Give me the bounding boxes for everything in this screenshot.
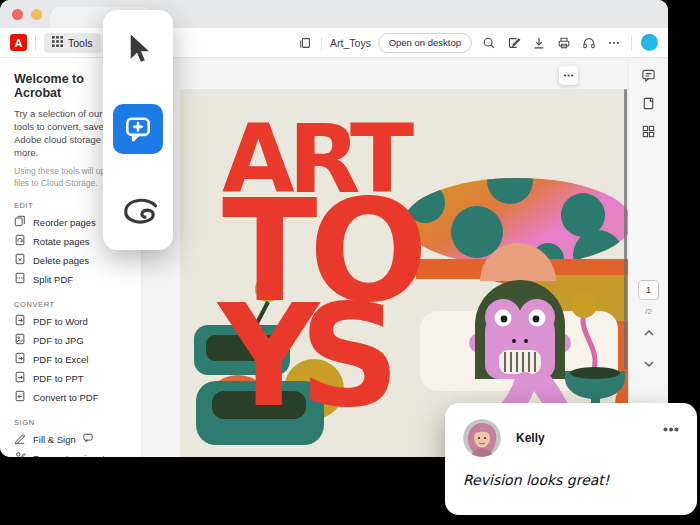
section-label-sign: SIGN xyxy=(14,418,129,427)
ellipsis-icon xyxy=(663,427,679,432)
user-avatar[interactable] xyxy=(641,34,658,51)
scribble-icon xyxy=(117,195,159,227)
sidebar-item-label: Reorder pages xyxy=(33,217,96,228)
open-on-desktop-button[interactable]: Open on desktop xyxy=(378,33,472,53)
sidebar-item-label: Split PDF xyxy=(33,274,73,285)
grid-icon xyxy=(52,36,63,49)
ellipsis-icon xyxy=(563,70,574,81)
sidebar-item-pdf-to-excel[interactable]: PDF to Excel xyxy=(14,350,129,369)
page-number-box[interactable]: 1 xyxy=(638,280,659,300)
draw-tool-button[interactable] xyxy=(113,186,163,236)
sidebar-item-convert-to-pdf[interactable]: Convert to PDF xyxy=(14,388,129,407)
sign-icon[interactable] xyxy=(506,35,522,51)
sidebar-item-label: PDF to JPG xyxy=(33,335,84,346)
annotation-toolbar xyxy=(103,10,173,250)
sidebar-item-label: Rotate pages xyxy=(33,236,90,247)
sidebar-item-label: Convert to PDF xyxy=(33,392,98,403)
reorder-pages-icon xyxy=(14,215,26,229)
toolbar-divider xyxy=(631,35,632,50)
comment-icon xyxy=(83,433,93,445)
app-toolbar: A Tools Art_To xyxy=(0,28,668,58)
tools-button[interactable]: Tools xyxy=(44,33,101,53)
document-viewport: ART TO YS xyxy=(142,58,628,457)
cursor-icon xyxy=(123,32,153,66)
section-label-convert: CONVERT xyxy=(14,300,129,309)
rotate-pages-icon xyxy=(14,234,26,248)
comment-author: Kelly xyxy=(516,431,545,445)
split-pdf-icon xyxy=(14,272,26,286)
sidebar-item-label: PDF to PPT xyxy=(33,373,84,384)
sidebar-item-label: Delete pages xyxy=(33,255,89,266)
sidebar-item-pdf-to-ppt[interactable]: PDF to PPT xyxy=(14,369,129,388)
sidebar-item-pdf-to-jpg[interactable]: PDF to JPG xyxy=(14,331,129,350)
chevron-down-icon[interactable] xyxy=(643,354,655,372)
select-tool-button[interactable] xyxy=(113,24,163,74)
right-rail: 1 /2 xyxy=(628,58,668,457)
page-total-label: /2 xyxy=(645,307,652,316)
sidebar-item-fill-sign[interactable]: Fill & Sign xyxy=(14,430,129,449)
toolbar-divider xyxy=(35,36,36,50)
browser-window: A Tools Art_To xyxy=(0,0,668,457)
grid-view-icon[interactable] xyxy=(641,124,656,143)
sidebar-item-label: PDF to Word xyxy=(33,316,88,327)
avatar xyxy=(463,419,501,457)
comment-menu-button[interactable] xyxy=(663,423,679,433)
delete-pages-icon xyxy=(14,253,26,267)
chevron-up-icon[interactable] xyxy=(643,323,655,341)
pdf-to-excel-icon xyxy=(14,352,26,366)
sidebar-item-split-pdf[interactable]: Split PDF xyxy=(14,270,129,289)
sidebar-item-request-esignatures[interactable]: Request e-signatures xyxy=(14,449,129,457)
title-divider xyxy=(321,37,322,50)
sidebar-item-delete-pages[interactable]: Delete pages xyxy=(14,251,129,270)
minimize-window-button[interactable] xyxy=(31,9,42,20)
sidebar-item-label: PDF to Excel xyxy=(33,354,88,365)
comment-plus-icon xyxy=(123,114,153,144)
document-title: Art_Toys xyxy=(330,37,371,49)
pdf-to-word-icon xyxy=(14,314,26,328)
comments-panel-icon[interactable] xyxy=(641,68,656,87)
poster-line3: YS xyxy=(216,275,400,438)
read-aloud-icon[interactable] xyxy=(581,35,597,51)
more-icon[interactable] xyxy=(606,35,622,51)
fill-sign-icon xyxy=(14,432,26,446)
add-comment-tool-button[interactable] xyxy=(113,104,163,154)
pdf-page-art-toys: ART TO YS xyxy=(180,89,628,457)
search-icon[interactable] xyxy=(481,35,497,51)
browser-titlebar xyxy=(0,0,668,28)
tools-button-label: Tools xyxy=(68,37,93,49)
sidebar-item-pdf-to-word[interactable]: PDF to Word xyxy=(14,312,129,331)
print-icon[interactable] xyxy=(556,35,572,51)
acrobat-logo[interactable]: A xyxy=(10,34,27,51)
comment-card: Kelly Revision looks great! xyxy=(445,403,697,515)
document-scrollbar[interactable] xyxy=(624,89,627,369)
document-pages-icon[interactable] xyxy=(297,35,313,51)
page-options-button[interactable] xyxy=(559,66,578,85)
close-window-button[interactable] xyxy=(12,9,23,20)
convert-to-pdf-icon xyxy=(14,390,26,404)
screenshot-stage: A Tools Art_To xyxy=(0,0,700,525)
page-thumbnails-icon[interactable] xyxy=(641,96,656,115)
request-esignatures-icon xyxy=(14,451,26,457)
poster-title: ART TO YS xyxy=(216,105,428,438)
comment-text: Revision looks great! xyxy=(463,472,679,488)
pdf-to-ppt-icon xyxy=(14,371,26,385)
sidebar-item-label: Fill & Sign xyxy=(33,434,76,445)
pdf-to-jpg-icon xyxy=(14,333,26,347)
sidebar-item-label: Request e-signatures xyxy=(33,453,123,457)
download-icon[interactable] xyxy=(531,35,547,51)
